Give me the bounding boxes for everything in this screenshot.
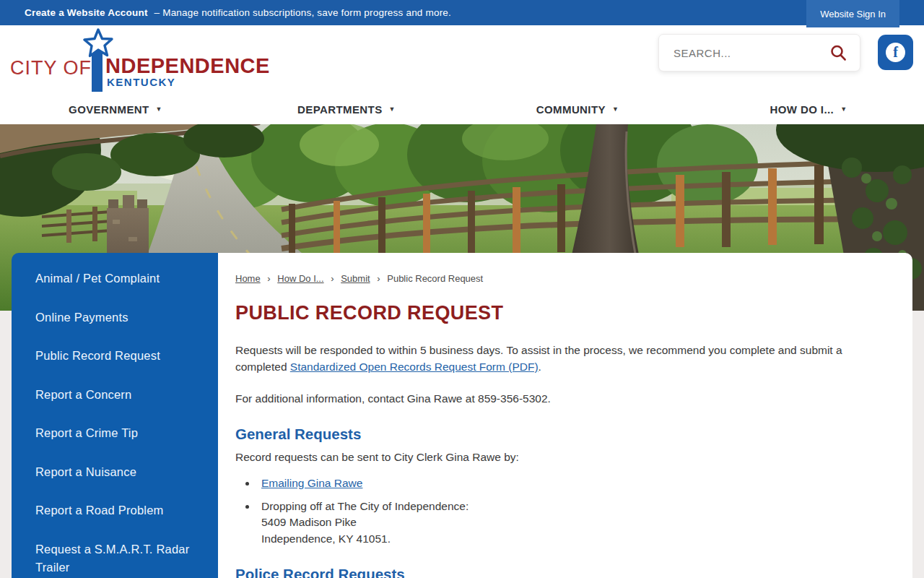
drop-off-line-2: 5409 Madison Pike <box>261 514 869 531</box>
breadcrumb-separator: › <box>377 273 380 284</box>
sidebar-item-report-a-road-problem[interactable]: Report a Road Problem <box>35 501 201 519</box>
main-content: Home › How Do I... › Submit › Public Rec… <box>218 253 912 578</box>
contact-paragraph: For additional information, contact Gina… <box>235 390 869 407</box>
topbar-message: Create a Website Account – Manage notifi… <box>25 7 451 18</box>
sidebar-item-animal-pet-complaint[interactable]: Animal / Pet Complaint <box>35 269 201 288</box>
sidebar-item-report-a-nuisance[interactable]: Report a Nuisance <box>35 463 201 481</box>
page: Create a Website Account – Manage notifi… <box>0 0 924 578</box>
main-nav: GOVERNMENT ▼ DEPARTMENTS ▼ COMMUNITY ▼ H… <box>0 94 924 124</box>
search-input[interactable] <box>674 47 828 59</box>
list-item: Dropping off at The City of Independence… <box>257 499 869 548</box>
general-requests-lead: Record requests can be sent to City Cler… <box>235 449 869 465</box>
page-title: PUBLIC RECORD REQUEST <box>235 302 869 324</box>
breadcrumb-separator: › <box>267 273 270 284</box>
breadcrumb-home-link[interactable]: Home <box>235 273 261 284</box>
website-sign-in-button[interactable]: Website Sign In <box>806 0 899 27</box>
chevron-down-icon: ▼ <box>389 105 396 113</box>
site-header: CITY OF NDEPENDENCE KENTUCKY f <box>0 25 924 94</box>
drop-off-line-1: Dropping off at The City of Independence… <box>261 499 869 515</box>
facebook-button[interactable]: f <box>878 35 913 70</box>
police-record-requests-heading: Police Record Requests <box>235 566 869 578</box>
intro-text-after: . <box>539 361 541 373</box>
general-requests-list: Emailing Gina Rawe Dropping off at The C… <box>250 475 869 547</box>
intro-paragraph: Requests will be responded to within 5 b… <box>235 342 869 375</box>
sidebar-item-report-a-crime-tip[interactable]: Report a Crime Tip <box>35 424 201 442</box>
logo-kentucky-text: KENTUCKY <box>107 76 175 88</box>
nav-label: COMMUNITY <box>536 103 606 116</box>
top-bar: Create a Website Account – Manage notifi… <box>0 0 924 25</box>
chevron-down-icon: ▼ <box>840 105 847 113</box>
nav-label: DEPARTMENTS <box>297 103 382 116</box>
records-request-form-link[interactable]: Standardized Open Records Request Form (… <box>290 361 539 373</box>
sidebar-item-report-a-concern[interactable]: Report a Concern <box>35 386 201 404</box>
nav-item-community[interactable]: COMMUNITY ▼ <box>462 94 693 124</box>
sidebar-menu: Animal / Pet Complaint Online Payments P… <box>12 253 218 578</box>
breadcrumb-how-do-i-link[interactable]: How Do I... <box>277 273 323 284</box>
general-requests-heading: General Requests <box>235 426 869 443</box>
nav-label: GOVERNMENT <box>69 103 149 116</box>
breadcrumb-current: Public Record Request <box>387 273 483 284</box>
list-item: Emailing Gina Rawe <box>257 475 869 492</box>
breadcrumb: Home › How Do I... › Submit › Public Rec… <box>235 273 869 284</box>
search-icon <box>829 44 847 61</box>
topbar-message-text: – Manage notification subscriptions, sav… <box>154 7 451 18</box>
sidebar-item-request-radar-trailer[interactable]: Request a S.M.A.R.T. Radar Trailer <box>35 540 201 577</box>
sidebar-item-online-payments[interactable]: Online Payments <box>35 309 201 327</box>
drop-off-line-3: Independence, KY 41051. <box>261 531 869 548</box>
nav-label: HOW DO I... <box>770 103 834 116</box>
logo-independence-text: NDEPENDENCE <box>105 54 270 78</box>
chevron-down-icon: ▼ <box>156 105 162 113</box>
content-row: Animal / Pet Complaint Online Payments P… <box>12 253 912 578</box>
site-logo[interactable]: CITY OF NDEPENDENCE KENTUCKY <box>10 28 234 92</box>
email-gina-rawe-link[interactable]: Emailing Gina Rawe <box>261 477 362 489</box>
nav-item-departments[interactable]: DEPARTMENTS ▼ <box>231 94 462 124</box>
chevron-down-icon: ▼ <box>612 105 619 113</box>
nav-item-how-do-i[interactable]: HOW DO I... ▼ <box>693 94 924 124</box>
facebook-icon: f <box>886 43 905 62</box>
sidebar-item-public-record-request[interactable]: Public Record Request <box>35 347 201 365</box>
search-button[interactable] <box>828 43 848 63</box>
nav-item-government[interactable]: GOVERNMENT ▼ <box>0 94 231 124</box>
create-account-link[interactable]: Create a Website Account <box>25 7 148 18</box>
breadcrumb-submit-link[interactable]: Submit <box>341 273 370 284</box>
search-box <box>658 34 860 72</box>
breadcrumb-separator: › <box>331 273 334 284</box>
logo-city-of-text: CITY OF <box>10 57 92 79</box>
